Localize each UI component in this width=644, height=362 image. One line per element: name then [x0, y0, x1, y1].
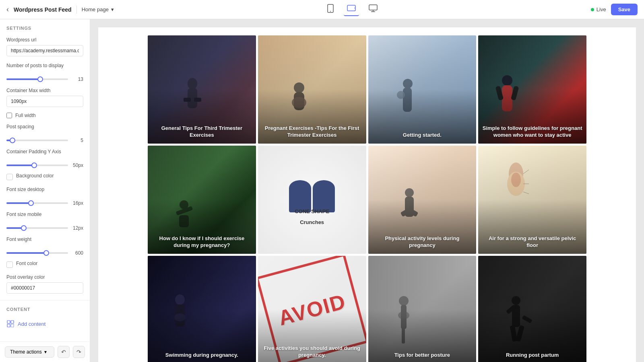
device-switcher	[119, 2, 586, 16]
add-content-button[interactable]: Add content	[0, 315, 90, 333]
post-label-4: Simple to follow guidelines for pregnant…	[478, 120, 586, 144]
post-card-5[interactable]: How do I know if I should exercise durin…	[148, 146, 256, 254]
settings-section-title: SETTINGS	[0, 19, 90, 34]
container-width-label: Container Max width	[6, 88, 83, 93]
mobile-device-button[interactable]	[324, 2, 337, 16]
post-spacing-slider[interactable]	[6, 140, 68, 141]
post-grid: General Tips For Third Trimester Exercis…	[148, 35, 586, 362]
redo-icon: ↷	[76, 349, 81, 355]
post-card-2[interactable]: Pregnant Exercises -Tips For the First T…	[258, 35, 366, 144]
background-color-label: Background color	[16, 173, 54, 179]
desktop-device-button[interactable]	[365, 3, 381, 16]
font-size-mobile-label: Font size mobile	[6, 212, 83, 217]
post-label-11: Tips for better posture	[368, 347, 477, 362]
back-button[interactable]: ‹	[6, 5, 9, 14]
post-label-12: Running post partum	[478, 347, 586, 362]
wordpress-url-input[interactable]	[6, 45, 83, 56]
svg-rect-8	[11, 321, 14, 323]
post-card-1[interactable]: General Tips For Third Trimester Exercis…	[148, 35, 256, 144]
svg-rect-2	[347, 5, 355, 11]
post-card-10[interactable]: AVOID Five activities you should avoid d…	[258, 256, 366, 362]
post-label-2: Pregnant Exercises -Tips For the First T…	[258, 120, 366, 144]
cone-label-title: CONE SHAPE	[258, 208, 366, 214]
posts-count-slider[interactable]	[6, 78, 68, 80]
font-size-mobile-slider[interactable]	[6, 227, 68, 229]
posts-count-label: Number of posts to display	[6, 63, 83, 68]
cone-shape	[289, 180, 335, 212]
posts-count-field: Number of posts to display	[0, 60, 90, 74]
font-color-swatch[interactable]	[6, 261, 13, 268]
live-indicator: Live	[591, 6, 606, 12]
post-card-11[interactable]: Tips for better posture	[368, 256, 477, 362]
app-title: Wordpress Post Feed	[14, 6, 72, 13]
add-content-label: Add content	[18, 321, 45, 327]
font-size-desktop-row: 16px	[0, 198, 90, 208]
background-color-row: Background color	[0, 171, 90, 183]
post-overlay-color-input[interactable]	[6, 282, 83, 294]
font-size-mobile-value: 12px	[71, 225, 83, 231]
redo-button[interactable]: ↷	[73, 346, 85, 358]
svg-rect-9	[7, 324, 10, 327]
sidebar-bottom: Theme actions ▾ ↶ ↷	[0, 341, 90, 362]
post-spacing-field: Post spacing	[0, 121, 90, 135]
svg-point-3	[355, 8, 355, 8]
font-size-desktop-label: Font size desktop	[6, 187, 83, 192]
background-color-swatch[interactable]	[6, 174, 13, 180]
post-spacing-label: Post spacing	[6, 124, 83, 130]
post-overlay-11	[368, 256, 477, 362]
posts-count-value: 13	[71, 76, 83, 82]
full-width-row: Full width	[0, 110, 90, 121]
post-card-8[interactable]: Air for a strong and versatile pelvic fl…	[478, 146, 586, 254]
post-card-6[interactable]: CONE SHAPE Crunches	[258, 146, 366, 254]
post-overlay-color-label: Post overlay color	[6, 274, 83, 280]
post-card-7[interactable]: Physical activity levels during pregnanc…	[368, 146, 477, 254]
page-label: Home page	[82, 6, 109, 12]
post-label-8: Air for a strong and versatile pelvic fl…	[478, 230, 586, 254]
live-dot	[591, 8, 594, 11]
container-padding-value: 50px	[71, 162, 83, 168]
theme-actions-chevron: ▾	[44, 349, 47, 355]
post-label-1: General Tips For Third Trimester Exercis…	[148, 120, 256, 144]
back-icon: ‹	[6, 5, 9, 14]
content-section: CONTENT Add content	[0, 300, 90, 333]
wordpress-url-label: Wordpress url	[6, 37, 83, 43]
font-weight-row: 600	[0, 248, 90, 258]
font-size-desktop-slider[interactable]	[6, 202, 68, 204]
main-layout: SETTINGS Wordpress url Number of posts t…	[0, 19, 644, 362]
divider	[76, 6, 77, 14]
post-card-3[interactable]: Getting started.	[368, 35, 477, 144]
content-section-title: CONTENT	[0, 300, 90, 315]
post-label-7: Physical activity levels during pregnanc…	[368, 230, 477, 254]
post-card-4[interactable]: Simple to follow guidelines for pregnant…	[478, 35, 586, 144]
topbar: ‹ Wordpress Post Feed Home page ▾ Live S…	[0, 0, 644, 19]
post-bg-6: CONE SHAPE Crunches	[258, 146, 366, 254]
font-color-row: Font color	[0, 258, 90, 271]
save-button[interactable]: Save	[611, 4, 638, 15]
post-spacing-value: 5	[71, 138, 83, 143]
wordpress-url-field: Wordpress url	[0, 34, 90, 60]
full-width-checkbox[interactable]	[6, 113, 12, 118]
sidebar: SETTINGS Wordpress url Number of posts t…	[0, 19, 90, 362]
theme-actions-button[interactable]: Theme actions ▾	[5, 346, 54, 358]
post-label-5: How do I know if I should exercise durin…	[148, 230, 256, 254]
live-label: Live	[597, 6, 606, 12]
tablet-device-button[interactable]	[344, 3, 359, 16]
svg-point-1	[330, 11, 331, 12]
font-size-mobile-row: 12px	[0, 223, 90, 233]
post-overlay-12	[478, 256, 586, 362]
container-padding-label: Container Padding Y Axis	[6, 149, 83, 154]
post-label-3: Getting started.	[368, 127, 477, 144]
container-width-input[interactable]	[6, 96, 83, 107]
post-label-10: Five activities you should avoid during …	[258, 340, 366, 362]
container-width-field: Container Max width	[0, 84, 90, 110]
font-weight-slider[interactable]	[6, 252, 68, 254]
cone-label-subtitle: Crunches	[258, 219, 366, 225]
svg-rect-4	[369, 5, 377, 10]
post-card-12[interactable]: Running post partum	[478, 256, 586, 362]
page-selector[interactable]: Home page ▾	[82, 6, 114, 12]
topbar-right: Live Save	[591, 4, 638, 15]
canvas-inner: General Tips For Third Trimester Exercis…	[98, 27, 636, 362]
undo-button[interactable]: ↶	[58, 346, 70, 358]
container-padding-slider[interactable]	[6, 165, 68, 166]
post-card-9[interactable]: Swimming during pregnancy.	[148, 256, 256, 362]
